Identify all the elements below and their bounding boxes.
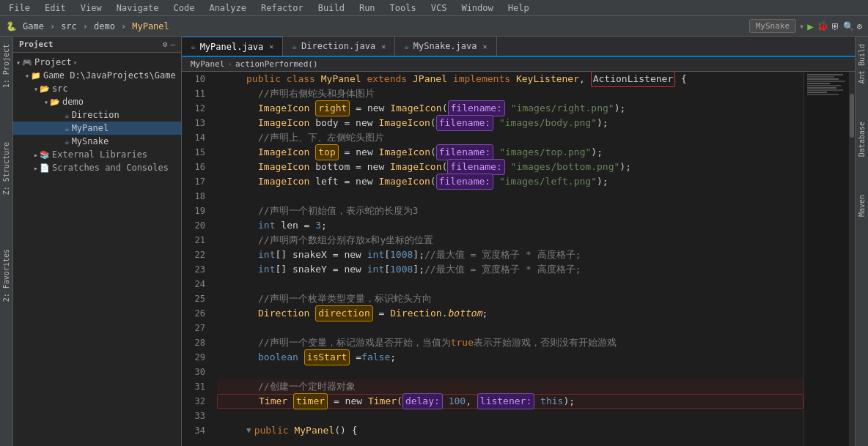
line16-bottom: bottom xyxy=(315,160,350,174)
tree-item-direction[interactable]: ☕ Direction xyxy=(13,108,181,122)
line26-direction2: Direction xyxy=(390,306,441,321)
line-num-28: 28 xyxy=(182,335,205,350)
line25-comment: //声明一个枚举类型变量，标识蛇头方向 xyxy=(258,291,432,306)
line16-sp2 xyxy=(505,160,511,174)
menu-tools[interactable]: Tools xyxy=(387,1,419,15)
right-tab-maven[interactable]: Maven xyxy=(856,190,867,221)
tree-item-mysnake[interactable]: ☕ MySnake xyxy=(13,135,181,148)
line32-this: this xyxy=(540,394,563,409)
line10-public: public xyxy=(246,72,281,86)
run-button[interactable]: ▶ xyxy=(807,21,813,32)
menu-file[interactable]: File xyxy=(6,1,33,15)
tab-direction-close[interactable]: ✕ xyxy=(381,42,386,51)
line-num-30: 30 xyxy=(182,365,205,379)
line16-imageicon2: ImageIcon xyxy=(390,160,441,174)
line15-imageicon: ImageIcon xyxy=(258,145,309,160)
menu-run[interactable]: Run xyxy=(356,1,378,15)
scrollbar-thumb[interactable] xyxy=(850,94,854,138)
tree-item-external-libs[interactable]: ▸ 📚 External Libraries xyxy=(13,148,181,161)
line32-timer-var: timer xyxy=(293,393,328,409)
line15-str: "images/top.png" xyxy=(499,145,591,160)
minimap-line xyxy=(807,94,839,95)
tree-item-mypanel[interactable]: ☕ MyPanel xyxy=(13,122,181,135)
toolbar-sep3: › xyxy=(121,21,126,31)
toolbar-demo-label[interactable]: demo xyxy=(94,21,115,31)
tree-item-scratches[interactable]: ▸ 📄 Scratches and Consoles xyxy=(13,161,181,174)
right-panel-tabs: Ant Build Database Maven xyxy=(855,37,868,446)
menu-edit[interactable]: Edit xyxy=(42,1,69,15)
line-num-23: 23 xyxy=(182,262,205,277)
code-line-24 xyxy=(217,277,803,291)
tree-item-project-root[interactable]: ▾ 🎮 Project ▾ xyxy=(13,56,181,69)
menu-view[interactable]: View xyxy=(78,1,105,15)
toolbar-game-label[interactable]: Game xyxy=(23,21,44,31)
project-collapse-icon[interactable]: – xyxy=(170,40,175,49)
tab-mysnake-java-icon: ☕ xyxy=(404,42,409,51)
right-tab-database[interactable]: Database xyxy=(856,117,867,161)
line12-sp xyxy=(309,101,315,116)
menu-refactor[interactable]: Refactor xyxy=(258,1,306,15)
code-content[interactable]: public class MyPanel extends JPanel impl… xyxy=(211,72,803,446)
line-num-15: 15 xyxy=(182,145,205,160)
tab-mypanel[interactable]: ☕ MyPanel.java ✕ xyxy=(182,37,283,56)
line13-sp xyxy=(309,116,315,130)
menu-code[interactable]: Code xyxy=(171,1,198,15)
menu-build[interactable]: Build xyxy=(315,1,347,15)
tree-item-game[interactable]: ▾ 📁 Game D:\JavaProjects\Game xyxy=(13,69,181,82)
run-config-dropdown[interactable]: ▾ xyxy=(799,21,804,31)
code-area[interactable]: 10 11 12 13 14 15 16 17 18 19 20 21 22 2… xyxy=(182,72,855,446)
line12-eq: = new xyxy=(350,101,390,116)
sidebar-tab-favorites[interactable]: 2: Favorites xyxy=(1,245,12,306)
line10-sp4 xyxy=(407,72,413,86)
project-dropdown-icon[interactable]: ▾ xyxy=(73,59,78,67)
line32-sp3 xyxy=(534,394,540,409)
sidebar-tab-project[interactable]: 1: Project xyxy=(1,40,12,92)
line14-comment: //声明上、下、左侧蛇头图片 xyxy=(258,130,384,145)
vertical-scrollbar[interactable] xyxy=(849,72,855,446)
breadcrumb-bar: MyPanel › actionPerformed() xyxy=(182,57,855,72)
line17-eq: = new xyxy=(339,174,379,189)
toolbar-src-label[interactable]: src xyxy=(61,21,77,31)
toolbar-file-label[interactable]: MyPanel xyxy=(132,21,169,31)
menu-help[interactable]: Help xyxy=(505,1,532,15)
settings-button[interactable]: ⚙ xyxy=(857,21,862,31)
tab-mysnake[interactable]: ☕ MySnake.java ✕ xyxy=(395,37,496,56)
tab-mysnake-close[interactable]: ✕ xyxy=(483,42,488,51)
run-config-label[interactable]: MySnake xyxy=(749,19,796,33)
line-num-32: 32 xyxy=(182,394,205,409)
search-button[interactable]: 🔍 xyxy=(843,21,854,31)
line13-filename-token: filename: xyxy=(436,115,493,131)
menu-navigate[interactable]: Navigate xyxy=(114,1,162,15)
coverage-button[interactable]: ⛨ xyxy=(831,21,840,31)
breadcrumb-sep: › xyxy=(227,59,232,69)
breadcrumb-action[interactable]: actionPerformed() xyxy=(235,59,318,69)
debug-button[interactable]: 🐞 xyxy=(817,21,828,31)
tree-item-src[interactable]: ▾ 📂 src xyxy=(13,82,181,95)
scratches-icon: 📄 xyxy=(40,163,50,173)
line22-arr: [] xyxy=(275,248,292,262)
line29-semi: ; xyxy=(390,350,396,365)
code-line-25: //声明一个枚举类型变量，标识蛇头方向 xyxy=(217,291,803,306)
sidebar-tab-structure[interactable]: Z: Structure xyxy=(1,138,12,199)
line-num-33: 33 xyxy=(182,409,205,423)
tab-mypanel-close[interactable]: ✕ xyxy=(269,42,273,51)
tab-direction[interactable]: ☕ Direction.java ✕ xyxy=(283,37,395,56)
right-tab-ant-build[interactable]: Ant Build xyxy=(856,40,867,88)
line32-sp2 xyxy=(443,394,449,409)
menu-window[interactable]: Window xyxy=(458,1,496,15)
line10-comma: , xyxy=(579,72,591,86)
game-label: Game D:\JavaProjects\Game xyxy=(43,70,176,81)
line17-imageicon2: ImageIcon xyxy=(378,174,430,189)
line32-end: ); xyxy=(563,394,575,409)
line26-direction-cls: Direction xyxy=(258,306,309,321)
breadcrumb-mypanel[interactable]: MyPanel xyxy=(191,59,224,69)
project-settings-icon[interactable]: ⚙ xyxy=(163,40,168,49)
tree-item-demo[interactable]: ▾ 📂 demo xyxy=(13,95,181,108)
menu-analyze[interactable]: Analyze xyxy=(206,1,249,15)
menu-vcs[interactable]: VCS xyxy=(428,1,450,15)
line22-end: ]; xyxy=(413,248,424,262)
code-line-18 xyxy=(217,189,803,204)
line20-eq: = xyxy=(298,218,315,233)
code-line-19: //声明一个初始值，表示蛇的长度为3 xyxy=(217,204,803,218)
code-line-27 xyxy=(217,321,803,335)
